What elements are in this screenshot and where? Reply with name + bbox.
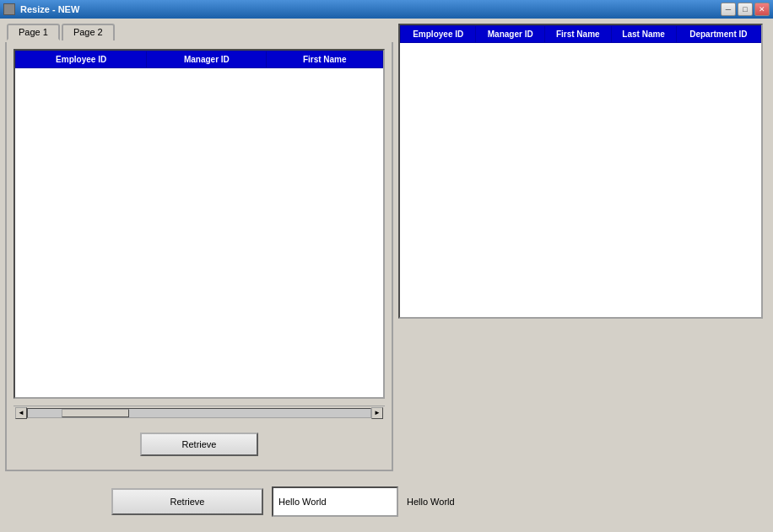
right-data-grid: Employee ID Manager ID First Name Last N… bbox=[400, 25, 761, 43]
tabs-row: Page 1 Page 2 bbox=[7, 24, 116, 40]
tab-panel: Page 1 Page 2 Employee ID bbox=[5, 42, 393, 471]
right-panel: Employee ID Manager ID First Name Last N… bbox=[393, 24, 768, 471]
horizontal-scrollbar[interactable]: ◄ ► bbox=[14, 406, 385, 419]
tab-content: Employee ID Manager ID First Name bbox=[7, 42, 392, 470]
bottom-row: Retrieve Hello World bbox=[5, 476, 768, 527]
right-col-first-name: First Name bbox=[544, 26, 611, 43]
col-manager-id: Manager ID bbox=[147, 51, 267, 68]
tab-page2[interactable]: Page 2 bbox=[62, 24, 115, 40]
title-bar-controls: ─ □ ✕ bbox=[721, 3, 770, 16]
right-table-wrapper: Employee ID Manager ID First Name Last N… bbox=[398, 24, 763, 319]
right-col-manager-id: Manager ID bbox=[476, 26, 545, 43]
top-row: Page 1 Page 2 Employee ID bbox=[5, 24, 768, 471]
hello-world-input[interactable] bbox=[272, 486, 398, 517]
right-col-last-name: Last Name bbox=[611, 26, 676, 43]
scrollbar-track[interactable] bbox=[27, 408, 371, 418]
app-icon bbox=[3, 3, 15, 15]
retrieve-bottom-button[interactable]: Retrieve bbox=[111, 488, 263, 515]
col-first-name: First Name bbox=[267, 51, 383, 68]
left-data-grid-wrapper: Employee ID Manager ID First Name bbox=[14, 49, 385, 399]
window-title: Resize - NEW bbox=[20, 4, 79, 14]
col-employee-id: Employee ID bbox=[16, 51, 147, 68]
retrieve-tab-button[interactable]: Retrieve bbox=[140, 433, 258, 456]
minimize-button[interactable]: ─ bbox=[721, 3, 736, 16]
right-col-employee-id: Employee ID bbox=[401, 26, 476, 43]
scroll-left-button[interactable]: ◄ bbox=[15, 407, 27, 419]
title-bar-text: Resize - NEW bbox=[3, 3, 79, 15]
main-content: Page 1 Page 2 Employee ID bbox=[0, 19, 773, 532]
title-bar: Resize - NEW ─ □ ✕ bbox=[0, 0, 773, 19]
maximize-button[interactable]: □ bbox=[738, 3, 753, 16]
scroll-right-button[interactable]: ► bbox=[371, 407, 383, 419]
left-data-grid: Employee ID Manager ID First Name bbox=[15, 51, 383, 68]
close-button[interactable]: ✕ bbox=[754, 3, 770, 16]
hello-world-label: Hello World bbox=[407, 497, 525, 507]
scrollbar-thumb[interactable] bbox=[62, 409, 129, 417]
right-col-department-id: Department ID bbox=[676, 26, 760, 43]
tab-page1[interactable]: Page 1 bbox=[7, 24, 60, 40]
